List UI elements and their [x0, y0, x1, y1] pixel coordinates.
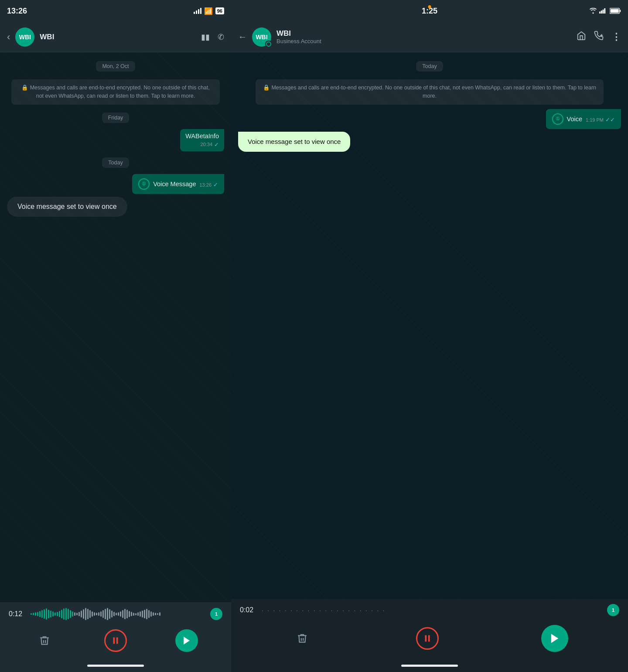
encryption-notice-right[interactable]: 🔒 Messages and calls are end-to-end encr…	[256, 79, 604, 105]
svg-rect-6	[604, 8, 605, 14]
header-name-left: WBI	[40, 33, 196, 41]
voice-msg-ticks-right: ✓✓	[605, 116, 615, 123]
home-bar-left	[0, 662, 231, 672]
pause-button-left[interactable]	[104, 629, 127, 652]
date-badge-1: Mon, 2 Oct	[96, 61, 135, 72]
view-once-notice-left: Voice message set to view once	[7, 197, 127, 217]
battery-icon-left: 96	[215, 7, 224, 14]
home-bar-line-left	[87, 665, 144, 667]
player-avatar-right: 1	[607, 604, 619, 616]
send-button-left[interactable]	[175, 629, 198, 652]
player-avatar-left: 1	[210, 608, 222, 620]
battery-icon-right	[610, 8, 621, 14]
encryption-notice-left[interactable]: 🔒 Messages and calls are end-to-end encr…	[11, 79, 220, 105]
svg-rect-4	[601, 10, 602, 14]
voice-controls-right	[240, 621, 619, 659]
msg-meta-1: 20:34 ✓	[185, 141, 219, 148]
view-once-icon-right: ①	[552, 113, 563, 125]
delete-button-left[interactable]	[33, 629, 56, 652]
date-badge-3: Today	[102, 157, 129, 168]
voice-msg-bubble-left[interactable]: ① Voice Message 13:26 ✓	[132, 174, 224, 194]
date-divider-1: Mon, 2 Oct	[7, 61, 224, 72]
date-divider-3: Today	[7, 157, 224, 168]
home-bar-right	[231, 662, 628, 672]
svg-marker-14	[551, 634, 558, 643]
avatar-left: WBI	[15, 27, 34, 47]
view-once-notice-right: Voice message set to view once	[238, 132, 350, 152]
wifi-icon-right	[590, 8, 597, 14]
voice-player-left: 0:12 1	[0, 602, 231, 662]
chat-area-left: Mon, 2 Oct 🔒 Messages and calls are end-…	[0, 52, 231, 602]
svg-rect-8	[620, 10, 621, 12]
svg-rect-3	[599, 12, 601, 14]
header-name-right: WBI	[276, 29, 571, 38]
svg-rect-0	[113, 638, 115, 644]
voice-player-top-left: 0:12 1	[9, 607, 222, 621]
svg-marker-2	[184, 637, 190, 645]
chat-header-left: ‹ WBI WBI ▮▮ ✆	[0, 22, 231, 52]
signal-bars-left	[194, 8, 201, 14]
header-icons-left: ▮▮ ✆	[201, 32, 224, 42]
voice-controls-left	[9, 626, 222, 659]
msg-bubble-wabetainfo[interactable]: WABetaInfo 20:34 ✓	[180, 129, 224, 151]
chat-header-right: ← WBI WBI Business Account	[231, 22, 628, 52]
status-bar-right: 1:25	[231, 0, 628, 22]
msg-row-voice: ① Voice Message 13:26 ✓	[7, 174, 224, 194]
back-button-right[interactable]: ←	[238, 32, 247, 42]
voice-msg-meta-right: 1:19 PM ✓✓	[586, 116, 615, 123]
player-time-left: 0:12	[9, 610, 26, 618]
header-icons-right: ⋮	[577, 31, 621, 43]
status-time-left: 13:26	[7, 7, 27, 16]
msg-row-voice-right: ① Voice 1:19 PM ✓✓	[238, 109, 621, 129]
voice-msg-meta-left: 13:26 ✓	[199, 181, 218, 188]
msg-ticks-1: ✓	[214, 141, 219, 148]
view-once-row-right: Voice message set to view once	[238, 132, 621, 152]
svg-rect-12	[425, 635, 427, 642]
add-call-icon-right[interactable]	[594, 31, 604, 43]
header-info-left: WBI	[40, 33, 196, 41]
right-panel: 1:25 ← WBI	[231, 0, 628, 672]
svg-rect-1	[116, 638, 118, 644]
back-button-left[interactable]: ‹	[7, 31, 10, 43]
send-button-right[interactable]	[541, 625, 568, 652]
left-panel: 13:26 📶 96 ‹ WBI WBI ▮▮ ✆ Mon, 2 Oct	[0, 0, 231, 672]
status-icons-left: 📶 96	[194, 7, 224, 15]
avatar-right: WBI	[252, 27, 271, 47]
store-icon-right[interactable]	[577, 31, 586, 43]
business-badge	[265, 41, 272, 48]
date-badge-right: Today	[416, 61, 443, 72]
waveform-left	[31, 607, 206, 621]
chat-area-right: Today 🔒 Messages and calls are end-to-en…	[231, 52, 628, 599]
svg-rect-5	[603, 10, 604, 14]
header-sub-right: Business Account	[276, 38, 571, 44]
date-divider-right: Today	[238, 61, 621, 72]
video-icon-left[interactable]: ▮▮	[201, 32, 210, 42]
voice-player-top-right: 0:02 · · · · · · · · · · · · · · · · · ·…	[240, 604, 619, 616]
status-icons-right	[590, 8, 621, 14]
date-badge-2: Friday	[102, 113, 130, 123]
voice-player-right: 0:02 · · · · · · · · · · · · · · · · · ·…	[231, 599, 628, 662]
more-icon-right[interactable]: ⋮	[611, 31, 621, 43]
view-once-row-left: Voice message set to view once	[7, 197, 224, 217]
phone-icon-left[interactable]: ✆	[218, 32, 224, 42]
pause-button-right[interactable]	[416, 627, 439, 650]
delete-button-right[interactable]	[291, 627, 314, 650]
date-divider-2: Friday	[7, 113, 224, 123]
voice-msg-ticks-left: ✓	[213, 181, 218, 188]
svg-rect-9	[611, 9, 619, 13]
home-bar-line-right	[401, 665, 458, 667]
recording-dot	[428, 5, 431, 8]
svg-rect-13	[428, 635, 430, 642]
voice-msg-bubble-right[interactable]: ① Voice 1:19 PM ✓✓	[546, 109, 621, 129]
wifi-icon-left: 📶	[204, 7, 213, 15]
signal-icon-right	[599, 8, 607, 14]
header-info-right: WBI Business Account	[276, 29, 571, 44]
dots-waveform-right: · · · · · · · · · · · · · · · · · · · · …	[262, 607, 603, 614]
player-time-right: 0:02	[240, 606, 257, 614]
view-once-icon-left: ①	[138, 178, 150, 190]
status-bar-left: 13:26 📶 96	[0, 0, 231, 22]
msg-row-wabetainfo: WABetaInfo 20:34 ✓	[7, 129, 224, 151]
